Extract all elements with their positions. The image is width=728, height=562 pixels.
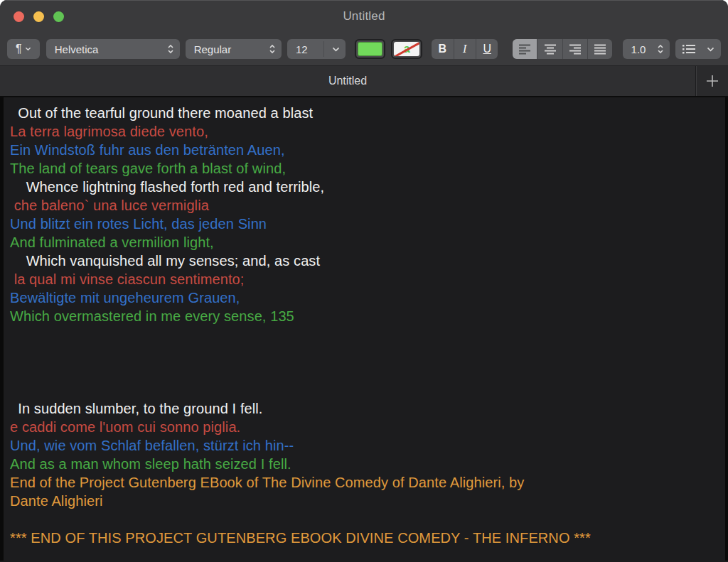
text-line: In sudden slumber, to the ground I fell. [10,399,722,418]
text-line: Which overmastered in me every sense, 13… [10,307,722,325]
text-line: Dante Alighieri [10,492,722,510]
text-line: And as a man whom sleep hath seized I fe… [10,455,722,473]
paragraph-style-button[interactable]: ¶ [7,39,40,59]
zoom-button[interactable] [53,11,64,22]
window-title: Untitled [0,9,728,23]
tab-untitled[interactable]: Untitled [0,66,695,96]
bold-button[interactable]: B [432,39,454,59]
chevron-down-icon [25,47,31,51]
text-line: Whence lightning flashed forth red and t… [10,178,722,196]
font-style-select[interactable]: Regular [186,39,282,59]
text-line: Und blitzt ein rotes Licht, das jeden Si… [10,215,722,233]
list-style-select[interactable] [675,39,721,59]
align-left-button[interactable] [513,39,537,59]
tab-bar: Untitled [0,66,728,97]
stepper-icon [657,44,664,54]
text-line: La terra lagrimosa diede vento, [10,122,722,141]
line-spacing-stepper[interactable]: 1.0 [623,39,670,59]
text-line: Bewältigte mit ungeheurem Grauen, [10,288,722,307]
close-button[interactable] [14,11,24,22]
texteditor-window: Untitled ¶ Helvetica Regular 12 [0,0,728,562]
italic-button[interactable]: I [454,39,476,59]
underline-button[interactable]: U [476,39,498,59]
font-family-value: Helvetica [55,43,99,55]
text-area[interactable]: Out of the tearful ground there moaned a… [0,97,728,561]
text-color-swatch [358,42,383,56]
font-style-value: Regular [194,43,232,55]
align-center-icon [544,43,557,55]
divider [323,41,324,57]
bullet-list-icon [682,43,696,55]
paragraph-icon: ¶ [16,43,22,55]
text-line: Ein Windstoß fuhr aus den betränten Auen… [10,141,722,159]
background-color-well[interactable]: a [391,39,422,59]
font-size-select[interactable]: 12 [287,39,346,59]
stepper-icon [167,44,174,54]
text-line: Und, wie vom Schlaf befallen, stürzt ich… [10,436,722,455]
tab-label: Untitled [328,75,367,87]
text-line: e caddi come l'uom cui sonno piglia. [10,418,722,436]
align-center-button[interactable] [537,39,562,59]
text-color-well[interactable] [355,39,386,59]
align-right-button[interactable] [563,39,588,59]
text-style-group: B I U [432,39,498,59]
text-line: la qual mi vinse ciascun sentimento; [10,270,722,288]
text-line [10,325,722,344]
align-left-icon [518,43,531,55]
align-right-icon [569,43,582,55]
text-line [10,381,722,399]
minimize-button[interactable] [33,11,44,22]
text-line: The land of tears gave forth a blast of … [10,159,722,178]
text-line: *** END OF THIS PROJECT GUTENBERG EBOOK … [10,529,722,547]
align-justify-button[interactable] [588,39,612,59]
line-spacing-value: 1.0 [631,43,646,55]
plus-icon [705,73,720,89]
alignment-group [513,39,611,59]
align-justify-icon [594,43,606,55]
stepper-icon [269,44,276,54]
format-toolbar: ¶ Helvetica Regular 12 a [0,33,728,66]
title-bar: Untitled [0,0,728,33]
text-line: che baleno` una luce vermiglia [10,196,722,215]
text-line: Which vanquished all my senses; and, as … [10,252,722,270]
text-line [10,510,722,529]
chevron-down-icon [332,47,340,52]
font-family-select[interactable]: Helvetica [46,39,180,59]
font-size-value: 12 [296,43,308,55]
new-tab-button[interactable] [695,66,728,96]
text-line: Out of the tearful ground there moaned a… [10,104,722,122]
text-line [10,362,722,381]
text-line: End of the Project Gutenberg EBook of Th… [10,473,722,492]
text-line: And fulminated a vermilion light, [10,233,722,252]
text-line [10,344,722,362]
traffic-lights [0,0,64,33]
chevron-down-icon [707,47,714,52]
background-color-swatch: a [394,42,419,56]
